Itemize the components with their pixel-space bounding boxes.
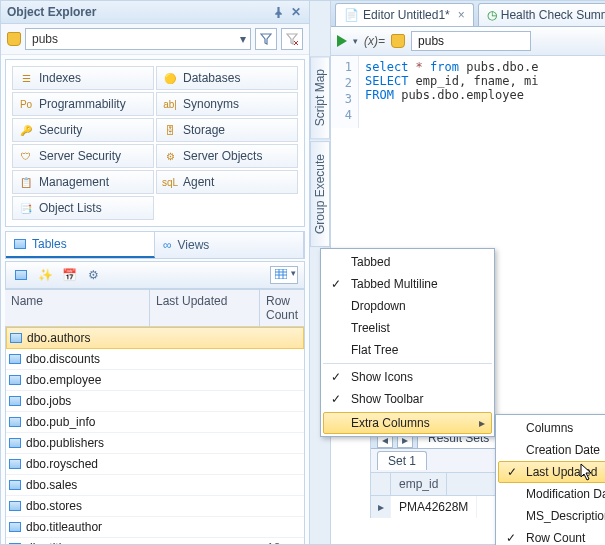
menu-item-last-updated[interactable]: Last Updated bbox=[498, 461, 605, 483]
table-row[interactable]: dbo.titles18 bbox=[6, 538, 304, 544]
category-label: Agent bbox=[183, 175, 214, 189]
menu-item-extra-columns[interactable]: Extra Columns bbox=[323, 412, 492, 434]
menu-item-show-icons[interactable]: Show Icons bbox=[323, 363, 492, 388]
row-count bbox=[262, 335, 303, 341]
tab-views[interactable]: ∞ Views bbox=[155, 232, 304, 258]
panel-title: Object Explorer bbox=[7, 5, 96, 19]
category-security[interactable]: 🔑Security bbox=[12, 118, 154, 142]
filter-button[interactable] bbox=[255, 28, 277, 50]
table-row[interactable]: dbo.jobs bbox=[6, 391, 304, 412]
agent-icon: sqL bbox=[163, 175, 177, 189]
row-name: dbo.pub_info bbox=[24, 412, 151, 432]
result-col-emp-id[interactable]: emp_id bbox=[391, 473, 447, 495]
table-row[interactable]: dbo.employee bbox=[6, 370, 304, 391]
security-icon: 🔑 bbox=[19, 123, 33, 137]
run-button[interactable] bbox=[337, 35, 347, 47]
category-server-objects[interactable]: ⚙Server Objects bbox=[156, 144, 298, 168]
col-header-count[interactable]: Row Count bbox=[260, 290, 305, 326]
row-updated bbox=[151, 503, 261, 509]
database-icon bbox=[7, 32, 21, 46]
category-label: Security bbox=[39, 123, 82, 137]
view-options-menu: TabbedTabbed MultilineDropdownTreelistFl… bbox=[320, 248, 495, 437]
table-row[interactable]: dbo.pub_info bbox=[6, 412, 304, 433]
category-indexes[interactable]: ☰Indexes bbox=[12, 66, 154, 90]
code-editor[interactable]: 1 2 3 4 select * from pubs.dbo.e SELECT … bbox=[331, 56, 605, 128]
row-count bbox=[261, 440, 304, 446]
category-label: Databases bbox=[183, 71, 240, 85]
category-server-security[interactable]: 🛡Server Security bbox=[12, 144, 154, 168]
table-row[interactable]: dbo.titleauthor bbox=[6, 517, 304, 538]
category-databases[interactable]: 🟡Databases bbox=[156, 66, 298, 90]
menu-item-modification-date[interactable]: Modification Date bbox=[498, 483, 605, 505]
table-row[interactable]: dbo.sales bbox=[6, 475, 304, 496]
new-table-star-icon[interactable]: ✨ bbox=[36, 266, 54, 284]
filter-clear-button[interactable] bbox=[281, 28, 303, 50]
menu-item-treelist[interactable]: Treelist bbox=[323, 317, 492, 339]
db-combo[interactable]: pubs bbox=[25, 28, 251, 50]
tab-views-label: Views bbox=[178, 238, 210, 252]
editor-tab-2-label: Health Check Summa bbox=[501, 8, 605, 22]
variable-icon[interactable]: (x)= bbox=[364, 34, 385, 48]
menu-item-row-count[interactable]: Row Count bbox=[498, 527, 605, 545]
calendar-icon[interactable]: 📅 bbox=[60, 266, 78, 284]
row-count bbox=[261, 419, 304, 425]
close-icon[interactable]: ✕ bbox=[289, 5, 303, 19]
tab-tables-label: Tables bbox=[32, 237, 67, 251]
editor-tab-2[interactable]: ◷ Health Check Summa bbox=[478, 3, 605, 26]
side-tab-script-map[interactable]: Script Map bbox=[310, 56, 330, 139]
table-row[interactable]: dbo.roysched bbox=[6, 454, 304, 475]
table-row[interactable]: dbo.publishers bbox=[6, 433, 304, 454]
category-storage[interactable]: 🗄Storage bbox=[156, 118, 298, 142]
new-table-icon[interactable] bbox=[12, 266, 30, 284]
category-synonyms[interactable]: ab|Synonyms bbox=[156, 92, 298, 116]
row-updated bbox=[151, 419, 261, 425]
table-row[interactable]: dbo.discounts bbox=[6, 349, 304, 370]
table-icon bbox=[6, 354, 24, 364]
col-header-name[interactable]: Name bbox=[5, 290, 150, 326]
line-gutter: 1 2 3 4 bbox=[331, 56, 359, 128]
table-list: dbo.authorsdbo.discountsdbo.employeedbo.… bbox=[5, 327, 305, 544]
menu-item-label: Dropdown bbox=[351, 299, 406, 313]
chevron-down-icon[interactable]: ▾ bbox=[353, 36, 358, 46]
category-object-lists[interactable]: 📑Object Lists bbox=[12, 196, 154, 220]
code-text[interactable]: select * from pubs.dbo.e SELECT emp_id, … bbox=[359, 56, 544, 128]
tab-tables[interactable]: Tables bbox=[6, 232, 155, 258]
side-tab-group-execute[interactable]: Group Execute bbox=[310, 141, 330, 247]
row-name: dbo.sales bbox=[24, 475, 151, 495]
pin-icon[interactable] bbox=[271, 5, 285, 19]
row-name: dbo.authors bbox=[25, 328, 152, 348]
category-management[interactable]: 📋Management bbox=[12, 170, 154, 194]
close-tab-icon[interactable]: × bbox=[458, 8, 465, 22]
menu-item-tabbed-multiline[interactable]: Tabbed Multiline bbox=[323, 273, 492, 295]
table-row[interactable]: dbo.authors bbox=[6, 327, 304, 349]
synonym-icon: ab| bbox=[163, 97, 177, 111]
menu-item-show-toolbar[interactable]: Show Toolbar bbox=[323, 388, 492, 410]
table-row[interactable]: dbo.stores bbox=[6, 496, 304, 517]
menu-item-dropdown[interactable]: Dropdown bbox=[323, 295, 492, 317]
editor-tab-1[interactable]: 📄 Editor Untitled1* × bbox=[335, 3, 474, 26]
table-icon bbox=[6, 375, 24, 385]
category-grid: ☰Indexes🟡DatabasesPoProgrammabilityab|Sy… bbox=[5, 59, 305, 227]
menu-item-columns[interactable]: Columns bbox=[498, 417, 605, 439]
menu-item-tabbed[interactable]: Tabbed bbox=[323, 251, 492, 273]
svg-rect-2 bbox=[275, 269, 287, 279]
category-programmability[interactable]: PoProgrammability bbox=[12, 92, 154, 116]
menu-item-creation-date[interactable]: Creation Date bbox=[498, 439, 605, 461]
gear-icon[interactable]: ⚙ bbox=[84, 266, 102, 284]
editor-db-combo[interactable]: pubs bbox=[411, 31, 531, 51]
menu-item-flat-tree[interactable]: Flat Tree bbox=[323, 339, 492, 361]
row-header-blank bbox=[371, 473, 391, 495]
category-agent[interactable]: sqLAgent bbox=[156, 170, 298, 194]
category-label: Object Lists bbox=[39, 201, 102, 215]
row-updated bbox=[151, 377, 261, 383]
row-count bbox=[261, 377, 304, 383]
server-sec-icon: 🛡 bbox=[19, 149, 33, 163]
menu-item-ms_description[interactable]: MS_Description bbox=[498, 505, 605, 527]
extra-columns-submenu: ColumnsCreation DateLast UpdatedModifica… bbox=[495, 414, 605, 545]
menu-item-label: Row Count bbox=[526, 531, 585, 545]
col-header-updated[interactable]: Last Updated bbox=[150, 290, 260, 326]
menu-item-label: Tabbed Multiline bbox=[351, 277, 438, 291]
set-1-tab[interactable]: Set 1 bbox=[377, 451, 427, 470]
view-mode-button[interactable] bbox=[270, 266, 298, 284]
table-icon bbox=[6, 522, 24, 532]
